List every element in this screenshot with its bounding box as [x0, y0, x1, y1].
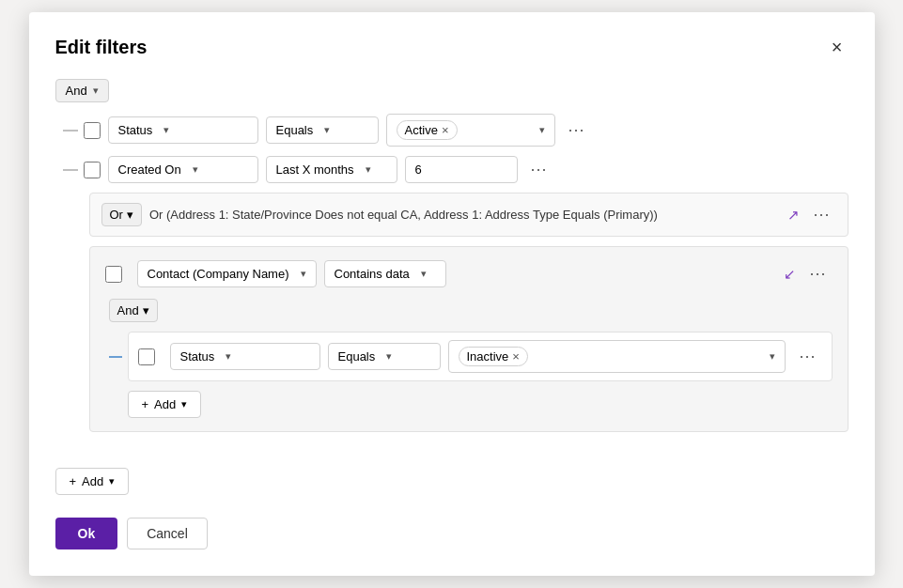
filter1-value-chip: Active ×: [397, 120, 458, 140]
nested-operator-chevron: ▾: [421, 268, 427, 280]
connector-1: [55, 130, 84, 132]
filter2-field-chevron: ▾: [193, 163, 198, 176]
or-group-more-button[interactable]: ···: [807, 203, 835, 226]
filter2-operator-chevron: ▾: [366, 163, 371, 176]
close-button[interactable]: ×: [826, 35, 849, 60]
nested-group: Contact (Company Name) ▾ Contains data ▾…: [89, 246, 849, 432]
nested-group-header: Contact (Company Name) ▾ Contains data ▾…: [105, 260, 833, 287]
dialog-title: Edit filters: [55, 37, 148, 58]
and-tag-chevron: ▾: [93, 85, 99, 97]
or-tag-label: Or: [110, 208, 123, 222]
nested-add-wrapper: + Add ▾: [128, 381, 833, 418]
bottom-add-wrapper: + Add ▾: [55, 458, 849, 495]
dialog-header: Edit filters ×: [55, 35, 849, 60]
and-tag-label: And: [66, 84, 87, 98]
filter-row-1: Status ▾ Equals ▾ Active × ▾ ···: [55, 114, 849, 147]
nested-group-checkbox[interactable]: [105, 266, 122, 283]
nested-inner-row: Status ▾ Equals ▾ Inactive × ▾ ··: [109, 332, 833, 381]
filter2-controls: Created On ▾ Last X months ▾ 6 ···: [108, 156, 849, 183]
nested-group-collapse-icon[interactable]: ↙: [784, 266, 796, 283]
nested-inner-field-chevron: ▾: [226, 350, 231, 363]
nested-operator-select[interactable]: Contains data ▾: [324, 260, 446, 287]
or-group-expand-icon[interactable]: ↗: [787, 207, 800, 224]
filter1-more-button[interactable]: ···: [563, 118, 591, 142]
nested-filter-row: Status ▾ Equals ▾ Inactive × ▾ ··: [128, 332, 833, 381]
dialog-footer: Ok Cancel: [55, 518, 849, 549]
nested-inner-operator-select[interactable]: Equals ▾: [328, 343, 441, 370]
nested-inner-more-button[interactable]: ···: [793, 345, 821, 368]
or-group-description: Or (Address 1: State/Province Does not e…: [149, 208, 781, 222]
filter1-operator-label: Equals: [276, 123, 314, 137]
bottom-add-button[interactable]: + Add ▾: [55, 468, 130, 495]
filter2-value-field: 6: [405, 156, 518, 183]
or-tag-chevron: ▾: [127, 208, 133, 222]
nested-operator-label: Contains data: [335, 267, 410, 281]
nested-hline: [109, 356, 122, 358]
or-tag[interactable]: Or ▾: [101, 203, 142, 226]
filter2-operator-select[interactable]: Last X months ▾: [266, 156, 397, 183]
nested-inner-checkbox[interactable]: [138, 348, 155, 365]
nested-add-button[interactable]: + Add ▾: [128, 391, 202, 418]
bottom-add-label: Add: [82, 474, 103, 488]
nested-inner-chip-label: Inactive: [467, 349, 509, 364]
filter2-field-select[interactable]: Created On ▾: [108, 156, 258, 183]
nested-and-label: And: [117, 303, 139, 317]
filter-rows: Status ▾ Equals ▾ Active × ▾ ···: [55, 114, 849, 445]
nested-inner-value-field[interactable]: Inactive × ▾: [448, 340, 786, 373]
nested-inner-chip: Inactive ×: [459, 347, 528, 366]
nested-field-select[interactable]: Contact (Company Name) ▾: [137, 260, 317, 287]
filter2-value-text: 6: [415, 162, 422, 177]
filter1-value-chevron: ▾: [539, 124, 545, 136]
nested-group-more-button[interactable]: ···: [803, 262, 832, 286]
nested-inner-field-select[interactable]: Status ▾: [170, 343, 320, 370]
filter1-operator-chevron: ▾: [324, 124, 330, 136]
filter1-operator-select[interactable]: Equals ▾: [266, 116, 379, 144]
filter1-field-select[interactable]: Status ▾: [108, 116, 258, 144]
nested-inner-operator-label: Equals: [338, 349, 376, 364]
edit-filters-dialog: Edit filters × And ▾ Status ▾ Equals ▾: [29, 12, 875, 576]
filter2-more-button[interactable]: ···: [525, 158, 553, 181]
nested-add-label: Add: [154, 397, 176, 411]
bottom-add-plus: +: [70, 474, 77, 488]
nested-inner-chip-close[interactable]: ×: [512, 349, 520, 364]
filter1-chip-close[interactable]: ×: [442, 123, 449, 137]
filter2-operator-label: Last X months: [276, 162, 354, 177]
filter1-field-label: Status: [118, 123, 153, 137]
filter2-checkbox[interactable]: [84, 162, 101, 178]
filter1-controls: Status ▾ Equals ▾ Active × ▾ ···: [108, 114, 849, 147]
nested-and-tag[interactable]: And ▾: [109, 299, 158, 322]
nested-add-plus: +: [142, 397, 149, 411]
nested-field-chevron: ▾: [301, 268, 306, 280]
nested-inner-operator-chevron: ▾: [386, 350, 392, 363]
nested-and-chevron: ▾: [143, 303, 149, 317]
filter1-value-field[interactable]: Active × ▾: [386, 114, 555, 147]
connector-2: [55, 169, 84, 171]
bottom-add-chevron: ▾: [109, 475, 115, 487]
nested-inner-value-chevron: ▾: [770, 350, 775, 363]
filter1-checkbox[interactable]: [84, 122, 101, 139]
or-group-row: Or ▾ Or (Address 1: State/Province Does …: [89, 193, 849, 237]
filter2-field-label: Created On: [118, 162, 181, 177]
nested-field-label: Contact (Company Name): [148, 267, 289, 281]
filter1-chip-label: Active: [405, 123, 438, 137]
filter1-field-chevron: ▾: [163, 124, 169, 136]
ok-button[interactable]: Ok: [55, 518, 118, 549]
nested-add-chevron: ▾: [181, 398, 187, 410]
and-group-tag[interactable]: And ▾: [55, 79, 109, 102]
filter-row-2: Created On ▾ Last X months ▾ 6 ···: [55, 156, 849, 183]
cancel-button[interactable]: Cancel: [127, 518, 208, 549]
nested-inner-field-label: Status: [180, 349, 215, 364]
